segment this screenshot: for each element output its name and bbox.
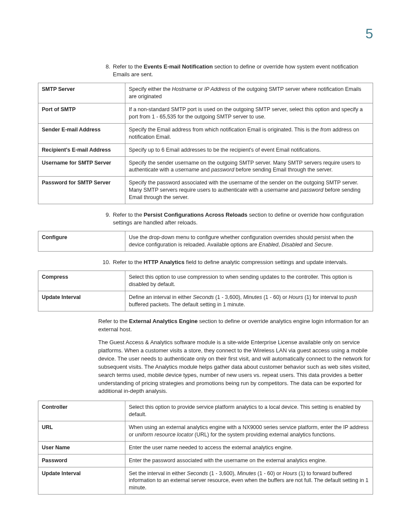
row-label: Password	[38, 454, 125, 467]
row-label: Recipient's E-mail Address	[38, 143, 125, 156]
table-events-email: SMTP Server Specify either the Hostname …	[38, 83, 373, 204]
text: (1) for interval to	[303, 294, 345, 300]
row-desc: Specify the sender username on the outgo…	[125, 156, 373, 177]
text-italic: push	[345, 294, 357, 300]
text-bold: Persist Configurations Across Reloads	[144, 212, 248, 218]
text: Refer to the	[98, 318, 129, 324]
text: and	[288, 187, 300, 193]
text-italic: Minutes	[237, 470, 256, 476]
row-label: User Name	[38, 441, 125, 454]
table-row: Sender E-mail Address Specify the Email …	[38, 123, 373, 143]
text-italic: Minutes	[243, 294, 262, 300]
table-row: Compress Select this option to use compr…	[38, 271, 373, 291]
table-row: URL When using an external analytics eng…	[38, 421, 373, 442]
table-row: SMTP Server Specify either the Hostname …	[38, 83, 373, 103]
text: (1 - 3,600),	[208, 470, 237, 476]
text: or	[196, 86, 204, 92]
text: and	[199, 167, 211, 173]
text: Specify the Email address from which not…	[129, 127, 320, 133]
text: (1 - 3,600),	[214, 294, 243, 300]
row-label: Compress	[38, 271, 125, 291]
text-italic: Seconds	[193, 294, 214, 300]
text-italic: Hours	[289, 294, 303, 300]
row-desc: Enter the password associated with the u…	[125, 454, 373, 467]
row-label: Username for SMTP Server	[38, 156, 125, 177]
row-desc: Define an interval in either Seconds (1 …	[125, 291, 373, 311]
paragraph-external-analytics: Refer to the External Analytics Engine s…	[98, 317, 373, 334]
row-desc: Use the drop-down menu to configure whet…	[125, 231, 373, 252]
text-italic: username	[265, 187, 289, 193]
table-row: Configure Use the drop-down menu to conf…	[38, 231, 373, 252]
table-row: Password for SMTP Server Specify the pas…	[38, 177, 373, 204]
table-row: Password Enter the password associated w…	[38, 454, 373, 467]
text: field to define analytic compression set…	[184, 259, 348, 265]
row-label: Update Interval	[38, 291, 125, 311]
table-row: Controller Select this option to provide…	[38, 401, 373, 421]
step-text: Refer to the Persist Configurations Acro…	[113, 211, 373, 227]
text: Refer to the	[113, 63, 144, 70]
text-italic: Seconds	[187, 470, 208, 476]
text-italic: uniform resource locator	[135, 432, 193, 438]
text-bold: Events E-mail Notification	[144, 63, 213, 70]
table-http-analytics: Compress Select this option to use compr…	[38, 271, 373, 311]
chapter-number: 5	[365, 26, 373, 42]
step-text: Refer to the HTTP Analytics field to def…	[113, 258, 373, 266]
row-desc: If a non-standard SMTP port is used on t…	[125, 103, 373, 124]
row-label: Controller	[38, 401, 125, 421]
text-italic: username	[175, 167, 199, 173]
text: Define an interval in either	[129, 294, 193, 300]
text-italic: Disabled	[281, 242, 302, 248]
text-italic: Secure	[314, 242, 332, 248]
text-italic: Enabled	[258, 242, 278, 248]
table-external-analytics: Controller Select this option to provide…	[38, 401, 373, 495]
text-italic: Hours	[283, 470, 297, 476]
step-number: 9.	[98, 211, 113, 227]
step-text: Refer to the Events E-mail Notification …	[113, 63, 373, 78]
row-label: SMTP Server	[38, 83, 125, 103]
text-bold: HTTP Analytics	[144, 259, 185, 265]
text: (1 - 60) or	[256, 470, 283, 476]
row-desc: Specify either the Hostname or IP Addres…	[125, 83, 373, 103]
text: (1 - 60) or	[262, 294, 289, 300]
text-italic: IP Address	[204, 86, 230, 92]
text-bold: External Analytics Engine	[129, 318, 198, 324]
row-label: URL	[38, 421, 125, 442]
table-row: Username for SMTP Server Specify the sen…	[38, 156, 373, 177]
text-italic: Hostname	[172, 86, 196, 92]
table-persist-configurations: Configure Use the drop-down menu to conf…	[38, 231, 373, 252]
text: Refer to the	[113, 259, 144, 265]
text: .	[331, 242, 333, 248]
row-label: Update Interval	[38, 467, 125, 495]
step-number: 10.	[98, 258, 113, 266]
row-label: Sender E-mail Address	[38, 123, 125, 143]
table-row: Update Interval Set the interval in eith…	[38, 467, 373, 495]
table-row: Recipient's E-mail Address Specify up to…	[38, 143, 373, 156]
text: and	[302, 242, 314, 248]
row-desc: Specify up to 6 Email addresses to be th…	[125, 143, 373, 156]
row-desc: Select this option to provide service pl…	[125, 401, 373, 421]
row-desc: Specify the Email address from which not…	[125, 123, 373, 143]
row-desc: Set the interval in either Seconds (1 - …	[125, 467, 373, 495]
page: 5 8. Refer to the Events E-mail Notifica…	[0, 0, 411, 532]
table-row: User Name Enter the user name needed to …	[38, 441, 373, 454]
text: Refer to the	[113, 212, 144, 218]
row-desc: Enter the user name needed to access the…	[125, 441, 373, 454]
text: Set the interval in either	[129, 470, 187, 476]
row-label: Configure	[38, 231, 125, 252]
text-italic: password	[300, 187, 324, 193]
step-10: 10. Refer to the HTTP Analytics field to…	[98, 258, 373, 266]
row-desc: Select this option to use compression to…	[125, 271, 373, 291]
table-row: Port of SMTP If a non-standard SMTP port…	[38, 103, 373, 124]
text: Specify either the	[129, 86, 172, 92]
step-9: 9. Refer to the Persist Configurations A…	[98, 211, 373, 227]
text-italic: from	[320, 127, 331, 133]
text-italic: password	[211, 167, 234, 173]
row-label: Password for SMTP Server	[38, 177, 125, 204]
table-row: Update Interval Define an interval in ei…	[38, 291, 373, 311]
row-label: Port of SMTP	[38, 103, 125, 124]
text: buffered packets. The default setting in…	[129, 302, 245, 308]
step-number: 8.	[98, 63, 113, 78]
paragraph-guest-access: The Guest Access & Analytics software mo…	[98, 339, 373, 395]
row-desc: When using an external analytics engine …	[125, 421, 373, 442]
step-8: 8. Refer to the Events E-mail Notificati…	[98, 63, 373, 78]
